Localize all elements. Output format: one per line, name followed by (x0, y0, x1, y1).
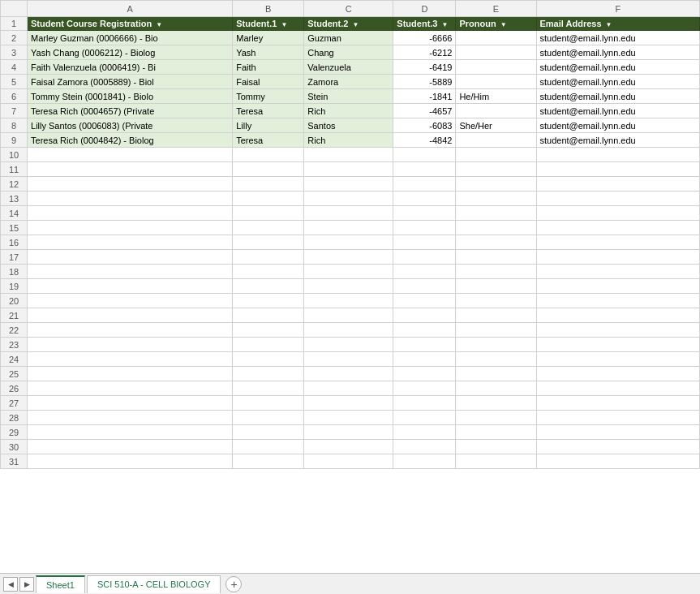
cell-5-A[interactable]: Faisal Zamora (0005889) - Biol (28, 75, 233, 89)
cell-9-A[interactable]: Teresa Rich (0004842) - Biolog (28, 133, 233, 148)
empty-cell[interactable] (536, 235, 700, 250)
empty-cell[interactable] (304, 192, 393, 206)
empty-cell[interactable] (233, 308, 304, 323)
cell-7-A[interactable]: Teresa Rich (0004657) (Private (28, 104, 233, 118)
empty-cell[interactable] (304, 425, 393, 440)
cell-3-F[interactable]: student@email.lynn.edu (536, 45, 700, 60)
empty-cell[interactable] (393, 338, 456, 352)
cell-7-C[interactable]: Rich (304, 104, 393, 118)
empty-cell[interactable] (536, 192, 700, 206)
filter-arrow-C[interactable]: ▼ (352, 21, 359, 28)
empty-cell[interactable] (393, 265, 456, 279)
empty-cell[interactable] (304, 396, 393, 411)
empty-cell[interactable] (233, 381, 304, 396)
empty-cell[interactable] (304, 250, 393, 265)
empty-cell[interactable] (393, 235, 456, 250)
empty-cell[interactable] (456, 235, 536, 250)
empty-cell[interactable] (393, 396, 456, 411)
empty-cell[interactable] (536, 250, 700, 265)
empty-cell[interactable] (393, 250, 456, 265)
empty-cell[interactable] (28, 323, 233, 338)
empty-cell[interactable] (393, 411, 456, 425)
empty-cell[interactable] (304, 411, 393, 425)
tab-sci510[interactable]: SCI 510-A - CELL BIOLOGY (87, 575, 221, 593)
empty-cell[interactable] (233, 279, 304, 294)
cell-8-E[interactable]: She/Her (456, 118, 536, 133)
empty-cell[interactable] (233, 221, 304, 235)
empty-cell[interactable] (536, 162, 700, 177)
filter-arrow-D[interactable]: ▼ (442, 21, 449, 28)
empty-cell[interactable] (536, 425, 700, 440)
empty-cell[interactable] (393, 221, 456, 235)
empty-cell[interactable] (233, 454, 304, 469)
empty-cell[interactable] (393, 323, 456, 338)
empty-cell[interactable] (393, 454, 456, 469)
empty-cell[interactable] (456, 192, 536, 206)
col-header-D[interactable]: D (393, 1, 456, 17)
cell-5-B[interactable]: Faisal (233, 75, 304, 89)
empty-cell[interactable] (28, 338, 233, 352)
empty-cell[interactable] (393, 148, 456, 162)
empty-cell[interactable] (536, 265, 700, 279)
cell-8-F[interactable]: student@email.lynn.edu (536, 118, 700, 133)
header-cell-A[interactable]: Student Course Registration ▼ (28, 17, 233, 31)
empty-cell[interactable] (456, 381, 536, 396)
col-header-F[interactable]: F (536, 1, 700, 17)
empty-cell[interactable] (233, 265, 304, 279)
empty-cell[interactable] (393, 279, 456, 294)
empty-cell[interactable] (28, 221, 233, 235)
cell-8-B[interactable]: Lilly (233, 118, 304, 133)
empty-cell[interactable] (28, 177, 233, 192)
empty-cell[interactable] (28, 367, 233, 381)
empty-cell[interactable] (456, 440, 536, 454)
cell-7-D[interactable]: -4657 (393, 104, 456, 118)
empty-cell[interactable] (28, 162, 233, 177)
empty-cell[interactable] (456, 425, 536, 440)
cell-5-F[interactable]: student@email.lynn.edu (536, 75, 700, 89)
empty-cell[interactable] (393, 177, 456, 192)
header-cell-C[interactable]: Student.2 ▼ (304, 17, 393, 31)
empty-cell[interactable] (28, 250, 233, 265)
empty-cell[interactable] (393, 294, 456, 308)
cell-3-C[interactable]: Chang (304, 45, 393, 60)
empty-cell[interactable] (536, 148, 700, 162)
empty-cell[interactable] (304, 367, 393, 381)
empty-cell[interactable] (304, 381, 393, 396)
empty-cell[interactable] (393, 192, 456, 206)
empty-cell[interactable] (456, 454, 536, 469)
empty-cell[interactable] (28, 192, 233, 206)
empty-cell[interactable] (536, 367, 700, 381)
cell-4-C[interactable]: Valenzuela (304, 60, 393, 75)
empty-cell[interactable] (304, 338, 393, 352)
empty-cell[interactable] (456, 177, 536, 192)
cell-6-B[interactable]: Tommy (233, 89, 304, 104)
empty-cell[interactable] (456, 162, 536, 177)
cell-6-F[interactable]: student@email.lynn.edu (536, 89, 700, 104)
empty-cell[interactable] (456, 323, 536, 338)
empty-cell[interactable] (28, 396, 233, 411)
empty-cell[interactable] (393, 206, 456, 221)
empty-cell[interactable] (304, 162, 393, 177)
cell-5-C[interactable]: Zamora (304, 75, 393, 89)
filter-arrow-A[interactable]: ▼ (156, 21, 162, 28)
empty-cell[interactable] (28, 294, 233, 308)
cell-9-D[interactable]: -4842 (393, 133, 456, 148)
cell-4-E[interactable] (456, 60, 536, 75)
empty-cell[interactable] (304, 221, 393, 235)
empty-cell[interactable] (233, 425, 304, 440)
empty-cell[interactable] (456, 206, 536, 221)
cell-5-E[interactable] (456, 75, 536, 89)
empty-cell[interactable] (536, 338, 700, 352)
cell-4-B[interactable]: Faith (233, 60, 304, 75)
tab-sheet1[interactable]: Sheet1 (36, 575, 85, 593)
empty-cell[interactable] (28, 425, 233, 440)
empty-cell[interactable] (304, 206, 393, 221)
empty-cell[interactable] (304, 235, 393, 250)
cell-2-B[interactable]: Marley (233, 31, 304, 45)
empty-cell[interactable] (456, 250, 536, 265)
empty-cell[interactable] (456, 279, 536, 294)
empty-cell[interactable] (456, 221, 536, 235)
empty-cell[interactable] (456, 352, 536, 367)
empty-cell[interactable] (304, 279, 393, 294)
empty-cell[interactable] (536, 308, 700, 323)
